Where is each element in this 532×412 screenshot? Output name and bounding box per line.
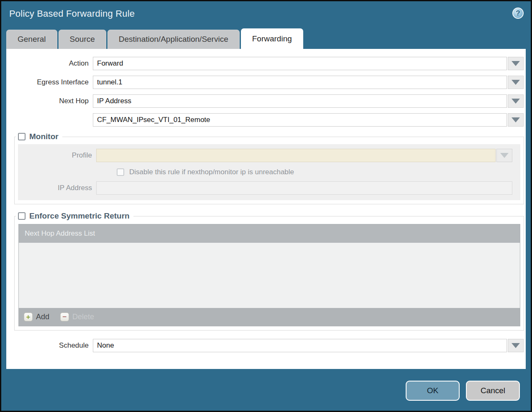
profile-input bbox=[96, 149, 496, 162]
tab-destination-application-service[interactable]: Destination/Application/Service bbox=[107, 30, 240, 49]
delete-button-label: Delete bbox=[72, 313, 94, 321]
monitor-fieldset: Monitor Profile Disable this rule if nex… bbox=[14, 132, 524, 204]
disable-rule-row: Disable this rule if nexthop/monitor ip … bbox=[117, 168, 520, 176]
delete-button: − Delete bbox=[60, 313, 94, 321]
next-hop-address-list-table: Next Hop Address List + Add − Delete bbox=[18, 224, 520, 326]
action-row: Action bbox=[6, 57, 524, 70]
disable-rule-label: Disable this rule if nexthop/monitor ip … bbox=[129, 168, 294, 176]
profile-label: Profile bbox=[18, 151, 96, 160]
monitor-checkbox[interactable] bbox=[18, 133, 26, 140]
next-hop-label: Next Hop bbox=[6, 97, 93, 105]
monitor-legend-label: Monitor bbox=[29, 132, 59, 141]
monitor-ip-address-label: IP Address bbox=[18, 184, 96, 192]
next-hop-type-input[interactable] bbox=[93, 94, 507, 108]
add-button-label: Add bbox=[36, 313, 49, 321]
symmetric-return-fieldset: Enforce Symmetric Return Next Hop Addres… bbox=[14, 211, 524, 331]
next-hop-address-input[interactable] bbox=[93, 113, 507, 127]
pbf-rule-dialog: Policy Based Forwarding Rule ? General S… bbox=[0, 0, 532, 412]
tab-forwarding[interactable]: Forwarding bbox=[241, 28, 303, 49]
action-input[interactable] bbox=[93, 57, 507, 70]
plus-icon: + bbox=[24, 313, 33, 321]
chevron-down-icon bbox=[512, 99, 520, 104]
next-hop-type-dropdown-button[interactable] bbox=[508, 94, 524, 108]
action-dropdown-button[interactable] bbox=[508, 57, 524, 70]
profile-dropdown-button bbox=[496, 149, 512, 162]
monitor-ip-address-row: IP Address bbox=[18, 181, 518, 195]
forwarding-tab-panel: Action Egress Interface Next Hop bbox=[6, 49, 526, 369]
next-hop-address-list-body[interactable] bbox=[19, 243, 520, 308]
tab-bar: General Source Destination/Application/S… bbox=[1, 27, 531, 49]
next-hop-address-row bbox=[6, 113, 524, 127]
egress-interface-dropdown-button[interactable] bbox=[508, 76, 524, 89]
monitor-profile-row: Profile bbox=[18, 149, 518, 162]
schedule-dropdown-button[interactable] bbox=[508, 339, 524, 352]
schedule-label: Schedule bbox=[6, 341, 93, 350]
next-hop-address-list-header: Next Hop Address List bbox=[19, 224, 520, 243]
next-hop-row: Next Hop bbox=[6, 94, 524, 108]
chevron-down-icon bbox=[512, 61, 520, 66]
disable-rule-checkbox bbox=[117, 168, 124, 176]
add-button[interactable]: + Add bbox=[24, 313, 49, 321]
dialog-title: Policy Based Forwarding Rule bbox=[1, 1, 531, 19]
symmetric-return-legend-label: Enforce Symmetric Return bbox=[29, 211, 130, 221]
dialog-footer: OK Cancel bbox=[406, 381, 520, 401]
next-hop-address-dropdown-button[interactable] bbox=[508, 113, 524, 127]
egress-interface-row: Egress Interface bbox=[6, 76, 524, 89]
tab-source[interactable]: Source bbox=[59, 30, 106, 49]
next-hop-address-list-toolbar: + Add − Delete bbox=[19, 308, 520, 326]
egress-interface-label: Egress Interface bbox=[6, 78, 93, 86]
tab-general[interactable]: General bbox=[6, 30, 57, 49]
action-label: Action bbox=[6, 59, 93, 68]
monitor-body: Profile Disable this rule if nexthop/mon… bbox=[18, 144, 520, 200]
monitor-legend: Monitor bbox=[16, 132, 62, 141]
schedule-input[interactable] bbox=[93, 339, 507, 352]
help-icon[interactable]: ? bbox=[512, 8, 524, 19]
egress-interface-input[interactable] bbox=[93, 76, 507, 89]
chevron-down-icon bbox=[512, 117, 520, 122]
chevron-down-icon bbox=[512, 343, 520, 348]
symmetric-return-checkbox[interactable] bbox=[18, 212, 26, 220]
monitor-ip-address-input bbox=[96, 181, 512, 195]
schedule-row: Schedule bbox=[6, 339, 524, 352]
ok-button[interactable]: OK bbox=[406, 381, 460, 401]
minus-icon: − bbox=[60, 313, 69, 321]
chevron-down-icon bbox=[500, 153, 509, 158]
symmetric-return-legend: Enforce Symmetric Return bbox=[16, 211, 133, 221]
chevron-down-icon bbox=[512, 80, 520, 85]
dialog-titlebar: Policy Based Forwarding Rule ? bbox=[1, 1, 531, 27]
cancel-button[interactable]: Cancel bbox=[466, 381, 520, 401]
